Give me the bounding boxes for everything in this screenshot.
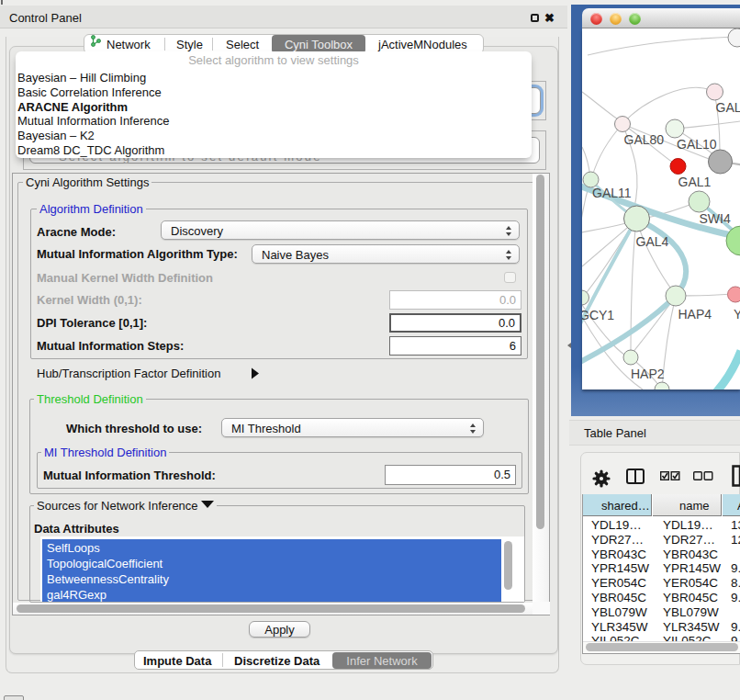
svg-text:GCY1: GCY1 — [582, 308, 614, 322]
svg-text:GAL1: GAL1 — [678, 175, 712, 189]
svg-text:GAL4: GAL4 — [636, 234, 669, 249]
svg-text:GAL10: GAL10 — [677, 137, 717, 152]
svg-text:GAL11: GAL11 — [592, 186, 632, 200]
svg-text:HAP2: HAP2 — [631, 367, 665, 381]
svg-text:GAL80: GAL80 — [624, 132, 665, 147]
svg-text:SWI4: SWI4 — [700, 211, 731, 226]
svg-text:Y: Y — [734, 307, 740, 322]
svg-text:GAL: GAL — [716, 100, 740, 115]
svg-text:HAP4: HAP4 — [678, 307, 712, 322]
